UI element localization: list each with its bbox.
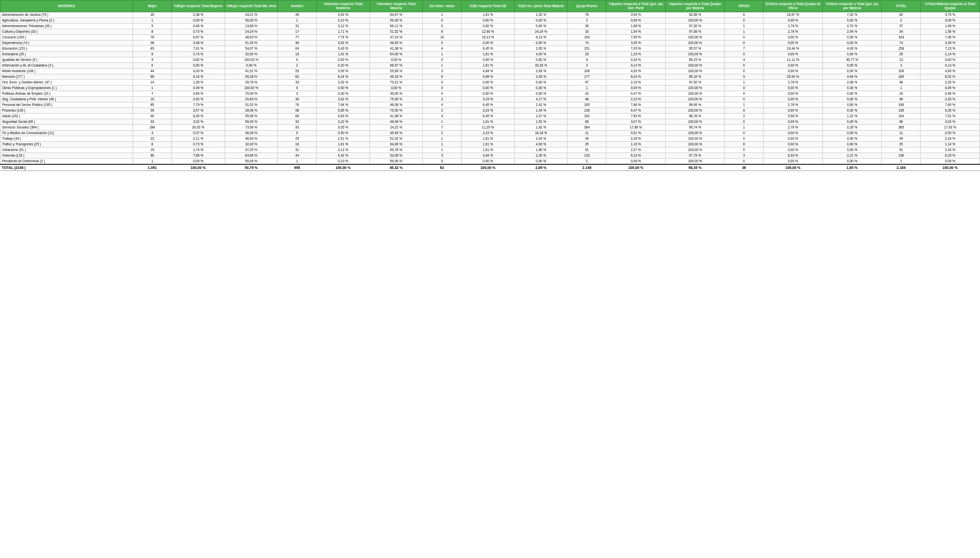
table-cell: 47,24 % [369,34,423,40]
table-cell: 34,21 % [225,12,278,17]
table-cell: 100,00 % [665,141,725,147]
table-cell: Igualdad de Género (9 ) [1,57,133,62]
table-row: Tic y Medios de Comunicación (11)40,37 %… [1,130,980,136]
table-cell: 95,16 % [665,74,725,79]
table-cell: 48,65 % [369,40,423,46]
table-cell: 2,24 % [921,136,980,141]
table-row: Servicios Sociales (384 )28426,03 %73,96… [1,124,980,130]
table-row: Tráfico y Transportes (25 )80,73 %32,00 … [1,141,980,147]
table-cell: 165 [568,102,606,108]
table-row: Información y At. al Ciudadano (3 )00,00… [1,62,980,68]
table-cell: 85 [133,102,172,108]
table-cell: 1,74 % [171,147,225,153]
table-cell: 1 [568,85,606,91]
table-cell: 0,00 % [764,62,823,68]
table-cell: 8,24 % [317,74,370,79]
table-cell: 0,00 % [822,40,882,46]
table-cell: 0 [423,91,462,96]
table-cell: 19 [133,147,172,153]
table-cell: 3,45 % [606,40,666,46]
table-cell: 139 [882,108,921,113]
table-cell: Información y At. al Ciudadano (3 ) [1,62,133,68]
table-cell: 0 [278,85,317,91]
table-cell: 16,67 % [764,12,823,17]
table-cell: 100,00 % [665,17,725,23]
table-cell: 7,23 % [921,46,980,51]
table-cell: 41,51 % [225,68,278,74]
table-cell: 1,61 % [462,12,515,17]
table-cell: 1 [882,85,921,91]
table-cell: 0 [725,130,764,136]
table-cell: 0,00 % [225,62,278,68]
table-cell: 2 [278,62,317,68]
table-cell: 64 [278,46,317,51]
table-cell: 6,83 % [317,113,370,119]
table-cell: 0,37 % [171,130,225,136]
table-cell: 0,00 % [822,91,882,96]
table-cell: 3,39 % [921,40,980,46]
table-cell: 3 [725,153,764,158]
table-cell: 1,71 % [317,29,370,34]
table-cell: 6 [725,12,764,17]
table-cell: 0 [725,85,764,91]
table-cell: 0 [725,62,764,68]
table-cell: 59 [278,68,317,74]
table-cell: 0,00 % [822,136,882,141]
table-row: Prisiones (139 )393,57 %28,06 %989,85 %7… [1,108,980,113]
table-cell: 74 [568,40,606,46]
table-cell: 0,00 % [764,34,823,40]
table-cell: 2,34 % [921,147,980,153]
table-cell: 8,24 % [606,74,666,79]
table-row: Urbanismo (51 )191,74 %37,25 %313,12 %60… [1,147,980,153]
table-cell: 39 [133,108,172,113]
table-cell: 9,85 % [317,108,370,113]
header-pct-sd-total-sd: %SD respecto Total SD [462,1,515,12]
table-cell: 51,35 % [225,40,278,46]
table-cell: 2 [423,96,462,102]
table-cell: 6,97 % [171,34,225,40]
table-cell: 51,52 % [369,29,423,34]
table-cell: 70,00 % [225,91,278,96]
table-cell: 151 [568,46,606,51]
table-cell: 2 [882,17,921,23]
table-cell: 97,79 % [665,153,725,158]
table-cell: 1,69 % [921,23,980,29]
table-cell: 50,00 % [225,119,278,124]
table-cell: 34 [882,29,921,34]
table-cell: 70,50 % [369,108,423,113]
table-cell: 31 [278,23,317,29]
table-cell: 54,97 % [225,46,278,51]
table-cell: 4,00 % [514,51,568,57]
table-cell: 0 [725,108,764,113]
header-materias: MATERIAS [1,1,133,12]
table-cell: Administraciones Tributarias (36 ) [1,23,133,29]
table-cell: 1,14 % [921,141,980,147]
table-cell: 1 [725,23,764,29]
table-cell: 4,93 % [606,68,666,74]
table-cell: 13,89 % [225,23,278,29]
table-cell: 98 [278,108,317,113]
table-cell: 384 [568,124,606,130]
table-cell: 24,24 % [225,29,278,34]
table-cell: 25 [882,141,921,147]
table-cell: 2 [423,108,462,113]
table-cell: 46,06 % [369,102,423,108]
table-cell: 2,78 % [764,102,823,108]
table-cell: 37 [882,23,921,29]
table-cell: 0,00 % [462,23,515,29]
table-cell: 32 [278,119,317,124]
table-cell: 66 [882,119,921,124]
table-row: Igualdad de Género (9 )90,82 %100,00 %00… [1,57,980,62]
table-cell: 1 [133,17,172,23]
table-cell: 0 [423,17,462,23]
table-cell: 2,78 % [764,124,823,130]
table-cell: 89 [133,74,172,79]
table-cell: 25,00 % [764,74,823,79]
table-cell: 93 [278,124,317,130]
table-cell: 0,00 % [462,40,515,46]
table-cell: 64,66 % [225,153,278,158]
table-cell: 0,51 % [606,130,666,136]
table-cell: 33 [568,29,606,34]
table-cell: 75,00 % [369,96,423,102]
table-cell: 100,00 % [665,40,725,46]
